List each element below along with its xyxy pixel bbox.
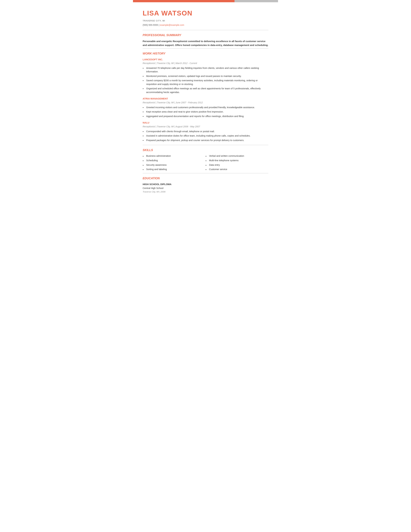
skills-right-col: Verbal and written communication Multi-l… <box>206 154 268 172</box>
list-item: Scheduling <box>143 159 206 162</box>
list-item: Assisted in administrative duties for of… <box>143 134 268 138</box>
job-company-3: NALU <box>143 121 268 125</box>
resume-page: LISA WATSON TRAVERSE CITY, MI (555) 555-… <box>133 0 278 204</box>
job-bullets-1: Answered 70 telephone calls per day fiel… <box>143 66 268 94</box>
list-item: Prepared packages for shipment, pickup a… <box>143 139 268 142</box>
candidate-contact: (555) 555-5555 | example@example.com <box>143 23 268 27</box>
list-item: Saved company $200 a month by overseeing… <box>143 79 268 86</box>
list-item: Monitored premises, screened visitors, u… <box>143 74 268 78</box>
education-title: EDUCATION <box>143 176 268 180</box>
list-item: Business administration <box>143 154 206 158</box>
candidate-email[interactable]: example@example.com <box>160 24 184 26</box>
list-item: Customer service <box>206 168 268 171</box>
list-item: Corresponded with clients through email,… <box>143 130 268 133</box>
work-history-section: WORK HISTORY LANCESOFT INC. Receptionist… <box>133 51 278 142</box>
job-meta-2: Receptionist | Traverse City, MI | June … <box>143 101 268 104</box>
skills-section: SKILLS Business administration Schedulin… <box>133 148 278 172</box>
candidate-name: LISA WATSON <box>143 8 268 18</box>
job-company-1: LANCESOFT INC. <box>143 58 268 61</box>
list-item: Answered 70 telephone calls per day fiel… <box>143 66 268 74</box>
list-item: Security awareness <box>143 163 206 167</box>
summary-title: PROFESSIONAL SUMMARY <box>143 33 268 38</box>
edu-degree: HIGH SCHOOL DIPLOMA <box>143 182 268 186</box>
education-section: EDUCATION HIGH SCHOOL DIPLOMA Central Hi… <box>133 176 278 194</box>
list-item: Multi-line telephone systems <box>206 159 268 162</box>
list-item: Verbal and written communication <box>206 154 268 158</box>
job-meta-3: Receptionist | Traverse City, MI | Augus… <box>143 125 268 128</box>
work-history-divider <box>143 145 268 145</box>
header-section: LISA WATSON TRAVERSE CITY, MI (555) 555-… <box>133 8 278 30</box>
work-history-title: WORK HISTORY <box>143 51 268 56</box>
list-item: Greeted incoming visitors and customers … <box>143 105 268 109</box>
top-bar <box>133 0 278 2</box>
edu-location: Traverse City, MI | 2006 <box>143 190 268 193</box>
candidate-phone: (555) 555-5555 <box>143 24 158 26</box>
list-item: Kept reception area clean and neat to gi… <box>143 110 268 114</box>
job-meta-1: Receptionist | Traverse City, MI | March… <box>143 62 268 65</box>
list-item: Aggregated and prepared documentation an… <box>143 114 268 118</box>
skills-grid: Business administration Scheduling Secur… <box>143 154 268 172</box>
job-bullets-3: Corresponded with clients through email,… <box>143 130 268 142</box>
job-bullets-2: Greeted incoming visitors and customers … <box>143 105 268 118</box>
candidate-location: TRAVERSE CITY, MI <box>143 19 268 22</box>
skills-left-col: Business administration Scheduling Secur… <box>143 154 206 172</box>
edu-school: Central High School <box>143 187 268 190</box>
list-item: Organized and scheduled office meetings … <box>143 87 268 94</box>
list-item: Data entry <box>206 163 268 167</box>
list-item: Sorting and labeling <box>143 168 206 171</box>
job-company-2: ATRIA MANAGEMENT <box>143 97 268 101</box>
summary-section: PROFESSIONAL SUMMARY Personable and ener… <box>133 33 278 47</box>
summary-text: Personable and energetic Receptionist co… <box>143 39 268 47</box>
header-divider <box>143 30 268 30</box>
skills-title: SKILLS <box>143 148 268 152</box>
